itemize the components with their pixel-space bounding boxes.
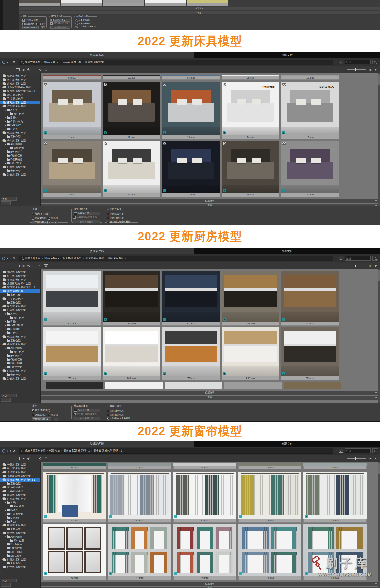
grid-cell[interactable]: 36.max bbox=[43, 463, 106, 469]
sidebar-tree-item[interactable]: C楼梯栏杆 bbox=[0, 358, 40, 361]
tree-expand-arrow[interactable]: ▾ bbox=[1, 532, 3, 534]
dropdown-caret-icon[interactable]: ▾ bbox=[336, 450, 337, 452]
preview-image-icon[interactable] bbox=[339, 61, 343, 64]
tree-expand-arrow[interactable]: ▸ bbox=[4, 328, 7, 330]
sidebar-tree-item[interactable]: 素材色型 bbox=[0, 112, 40, 116]
tree-expand-arrow[interactable]: ▾ bbox=[1, 336, 3, 338]
tree-expand-arrow[interactable]: ▸ bbox=[4, 513, 7, 515]
sidebar-tree-item[interactable]: 素材色型 bbox=[0, 561, 40, 565]
sidebar-tree-item[interactable]: ▸C-筒灯射灯 bbox=[0, 512, 40, 516]
asset-thumb[interactable]: 3 bbox=[103, 141, 160, 193]
sidebar-tree-item[interactable]: ▾灯具篇-素材色型 bbox=[0, 104, 40, 108]
tree-expand-arrow[interactable]: ▸ bbox=[4, 121, 7, 123]
sidebar-tree-item[interactable]: B五金拉手 bbox=[0, 354, 40, 358]
tree-expand-arrow[interactable]: ▸ bbox=[1, 283, 3, 285]
asset-thumb[interactable]: Poliform3 bbox=[222, 82, 279, 135]
tree-expand-arrow[interactable]: ▾ bbox=[1, 290, 3, 292]
sidebar-tree-item[interactable]: ▸E-台灯 bbox=[0, 520, 40, 523]
asset-thumb[interactable]: 3 bbox=[173, 472, 236, 519]
sidebar-tree-item[interactable]: C楼梯栏杆 bbox=[0, 546, 40, 550]
exclude-light-checkbox[interactable]: 灯光(不可渲染) bbox=[32, 409, 50, 412]
category-dropdown-small[interactable] bbox=[1, 201, 11, 205]
asset-thumb[interactable]: Molteni&C3 bbox=[281, 82, 339, 135]
sidebar-tree-item[interactable]: 素材色型 bbox=[0, 373, 40, 377]
rollout-settings[interactable]: 设置 bbox=[19, 11, 380, 15]
asset-thumb[interactable]: 3 bbox=[162, 327, 220, 376]
thumbnail-sliver[interactable] bbox=[224, 382, 282, 389]
sidebar-tree-item[interactable]: 素材色型 bbox=[0, 350, 40, 354]
auto-rename-material-radio[interactable]: 自动重命名合并材质 bbox=[107, 220, 136, 223]
breadcrumb-item[interactable]: 厨卫篇-素材色型 bbox=[85, 257, 104, 260]
breadcrumb-item[interactable]: 床具篇-素材色型 bbox=[63, 60, 81, 64]
sidebar-tree-item[interactable]: ▸饰品篇-素材色型 bbox=[0, 270, 40, 274]
sidebar-tree-item[interactable]: ▾A厨卫踢脚 bbox=[0, 142, 40, 146]
tree-expand-arrow[interactable]: ▸ bbox=[1, 286, 3, 288]
rollout-position-options[interactable]: 位置选项 bbox=[19, 7, 380, 10]
grid-cell[interactable]: 37.max bbox=[108, 463, 171, 469]
sidebar-tree-item[interactable]: ▾A-吊灯 bbox=[0, 108, 40, 112]
tree-expand-arrow[interactable]: ▾ bbox=[4, 502, 7, 504]
sidebar-tree-item[interactable]: ▸饰品篇-素材色型 bbox=[0, 74, 40, 78]
tree-expand-arrow[interactable]: ▾ bbox=[1, 524, 3, 526]
asset-thumb[interactable]: 3 bbox=[222, 327, 279, 376]
folder-panel-icon[interactable] bbox=[16, 457, 20, 460]
settings-gear-icon[interactable] bbox=[27, 68, 30, 71]
exclude-hidden-frozen-checkbox[interactable]: 隐藏&冻结 bbox=[32, 413, 46, 417]
breadcrumb-item[interactable]: 窗帘篇-TZ素材 密码：1 bbox=[64, 449, 90, 453]
sidebar-tree-item[interactable]: 素材色型 bbox=[0, 539, 40, 542]
sidebar-tree-item[interactable]: ▸床具篇-素材色型 bbox=[0, 493, 40, 497]
sidebar-tree-item[interactable]: 素材色型 bbox=[0, 527, 40, 531]
asset-thumb[interactable]: 3 bbox=[43, 524, 106, 576]
xref-options-button[interactable]: 外部参照选项 bbox=[73, 220, 100, 223]
tree-expand-arrow[interactable]: ▸ bbox=[1, 275, 3, 277]
layout-grid-icon[interactable]: ⊞ bbox=[22, 457, 25, 460]
settings-gear-icon[interactable] bbox=[27, 265, 30, 267]
tab-resource-manager[interactable]: 资源管理器 bbox=[0, 52, 194, 58]
rollout-settings[interactable]: 设置 bbox=[41, 204, 378, 206]
hide-by-category-dropdown[interactable]: 按类别隐藏对象▾ bbox=[32, 221, 51, 224]
auto-rename-material-radio[interactable]: 自动重命名合并材质 bbox=[107, 417, 136, 420]
sidebar-tree-item[interactable]: ▾A-吊灯 bbox=[0, 312, 40, 316]
tree-expand-arrow[interactable]: ▾ bbox=[1, 166, 3, 168]
sidebar-tree-item[interactable]: 素材色型 bbox=[0, 293, 40, 297]
view-grid-icon[interactable]: ⊞ bbox=[369, 265, 372, 267]
asset-thumb[interactable]: 3 bbox=[43, 327, 101, 376]
tree-expand-arrow[interactable]: ▸ bbox=[4, 555, 7, 557]
view-grid-icon[interactable]: ⊞ bbox=[369, 68, 372, 71]
tree-expand-arrow[interactable]: ▾ bbox=[4, 536, 7, 538]
sidebar-tree-item[interactable]: ▸E-台灯 bbox=[0, 127, 40, 131]
asset-thumb[interactable]: 3 bbox=[281, 327, 339, 376]
tree-expand-arrow[interactable]: ▸ bbox=[1, 98, 3, 100]
sidebar-tree-item[interactable]: ▸卫浴-素材色型 bbox=[0, 489, 40, 493]
breadcrumb-item[interactable]: 疯狂大师素材 bbox=[25, 257, 40, 260]
sidebar-tree-item[interactable]: ▾构件篇-素材色型 bbox=[0, 531, 40, 535]
layout-grid-icon[interactable]: ⊞ bbox=[22, 265, 25, 267]
tab-resource-files[interactable]: 资源文件 bbox=[194, 248, 380, 254]
tree-expand-arrow[interactable]: ▸ bbox=[4, 324, 7, 326]
sidebar-tree-item[interactable]: ▸E欧式壁炉 bbox=[0, 161, 40, 165]
tab-resource-manager[interactable]: 资源管理器 bbox=[0, 248, 194, 254]
asset-thumb[interactable]: 3 bbox=[162, 271, 220, 322]
sidebar-tree-item[interactable]: 床具篇-素材色型 bbox=[0, 101, 40, 104]
asset-thumb[interactable]: 3 bbox=[281, 141, 339, 193]
sidebar-tree-item[interactable]: ▸饰品篇-素材色型 bbox=[0, 463, 40, 466]
merge-as-proxy-dropdown[interactable]: 合并为代理▾ bbox=[73, 212, 100, 215]
view-grid-icon[interactable]: ⊞ bbox=[369, 457, 372, 460]
sidebar-tree-item[interactable]: ▸E欧式壁炉 bbox=[0, 554, 40, 558]
asset-thumb[interactable]: 3 bbox=[173, 524, 236, 576]
exclude-camera-checkbox[interactable]: 摄影机 bbox=[48, 413, 58, 417]
history-icon[interactable] bbox=[2, 61, 5, 64]
sidebar-tree-item[interactable]: ▸卫浴-素材色型 bbox=[0, 97, 40, 101]
sidebar-tree-item[interactable]: ▸床具篇-素材色型 bbox=[0, 304, 40, 308]
forward-button[interactable]: › bbox=[10, 257, 11, 260]
sidebar-tree-item[interactable]: ▸儿童家具篇-素材色型 bbox=[0, 282, 40, 285]
sidebar-tree-item[interactable]: ▸儿童家具篇-素材色型 bbox=[0, 474, 40, 478]
rollout-position-options[interactable]: 位置选项 bbox=[41, 199, 378, 203]
render-preview-icon[interactable] bbox=[44, 264, 48, 267]
sidebar-tree-item[interactable]: ▸厨房-素材色型 bbox=[0, 93, 40, 97]
asset-thumb[interactable]: 3 bbox=[162, 141, 220, 193]
sidebar-tree-item[interactable]: B五金拉手 bbox=[0, 150, 40, 154]
tree-expand-arrow[interactable]: ▸ bbox=[1, 471, 3, 473]
sidebar-tree-item[interactable]: ▾门窗篇-素材色型 bbox=[0, 165, 40, 169]
auto-rename-material-radio[interactable]: 自动重命名合并材质 bbox=[75, 25, 96, 28]
